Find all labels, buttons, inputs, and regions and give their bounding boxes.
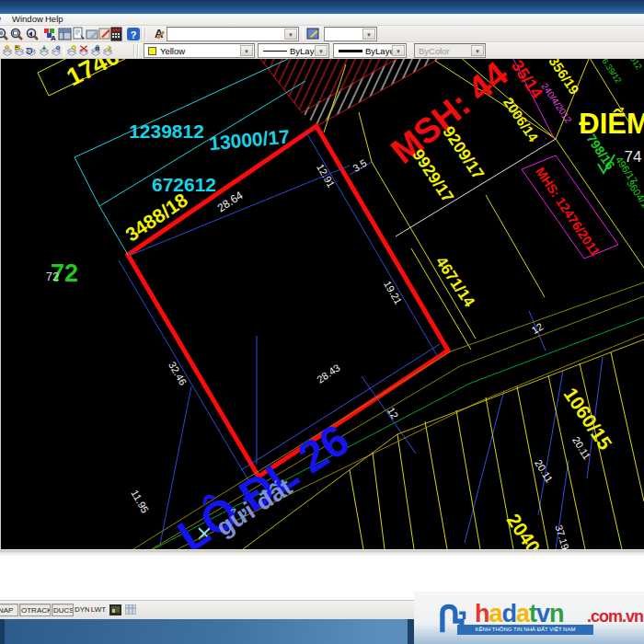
- svg-text:672612: 672612: [152, 174, 216, 195]
- logo-suffix: .com.vn: [587, 607, 643, 627]
- layer-unisolate-icon[interactable]: [51, 43, 62, 58]
- window-edge: [408, 619, 414, 644]
- logo-letter: d: [502, 600, 517, 627]
- logo-letter: v: [536, 600, 549, 627]
- layer-make-current-icon[interactable]: [2, 43, 13, 58]
- drawing-canvas[interactable]: 1740123981213000/176726123488/18MSH: 449…: [0, 59, 644, 549]
- lineweight-combo[interactable]: ByLayer ▼: [333, 43, 407, 58]
- title-bar[interactable]: [0, 0, 644, 14]
- toolbar-standard: A?A ▼ ▼: [0, 26, 644, 42]
- color-swatch: [148, 47, 156, 55]
- svg-text:1239812: 1239812: [129, 121, 204, 142]
- linetype-combo[interactable]: ByLayer ▼: [258, 43, 329, 58]
- svg-text:11.95: 11.95: [129, 488, 151, 514]
- logo-letter: n: [549, 600, 564, 627]
- svg-text:28.43: 28.43: [315, 362, 342, 385]
- designcenter-icon[interactable]: [58, 27, 73, 41]
- svg-text:MHS: 12476/2011: MHS: 12476/2011: [533, 165, 603, 259]
- chevron-down-icon[interactable]: ▼: [392, 45, 405, 56]
- svg-text:ĐIỂM: ĐIỂM: [579, 108, 644, 140]
- menu-item-partial[interactable]: w: [0, 13, 1, 25]
- layer-lock-icon[interactable]: [90, 43, 101, 58]
- toolbar-layers-properties: Yellow ▼ ByLayer ▼ ByLayer ▼ ByColor ▼: [0, 42, 644, 59]
- layer-off-icon[interactable]: [66, 43, 77, 58]
- horizontal-scrollbar[interactable]: [0, 549, 644, 556]
- hadatvn-watermark: hadatvn .com.vn KÊNH THÔNG TIN NHÀ ĐẤT V…: [431, 596, 644, 640]
- toolbar-separator: [63, 44, 64, 56]
- lineweight-sample: [339, 50, 362, 52]
- toolbar-grip[interactable]: [133, 44, 140, 57]
- linetype-sample: [263, 51, 287, 52]
- logo-letter: t: [529, 600, 536, 627]
- toolbar-area: A?A ▼ ▼ Yellow ▼ ByLayer ▼: [0, 26, 644, 59]
- svg-text:74: 74: [625, 148, 642, 166]
- svg-text:9209/17: 9209/17: [439, 123, 488, 183]
- cad-labels: 1740123981213000/176726123488/18MSH: 449…: [46, 59, 644, 549]
- svg-text:12: 12: [385, 406, 401, 421]
- autocad-window: w Window Help A?A ▼ ▼ Yellow: [0, 0, 644, 644]
- chevron-down-icon[interactable]: ▼: [471, 45, 484, 56]
- quickcalc-icon[interactable]: [109, 27, 124, 41]
- dim-style-combo[interactable]: ▼: [324, 27, 377, 41]
- layer-previous-icon[interactable]: [26, 43, 37, 58]
- tool-palettes-icon[interactable]: A: [43, 27, 58, 41]
- tray-grid-icon[interactable]: [125, 604, 136, 616]
- menu-item-help[interactable]: Help: [45, 13, 63, 25]
- layer-walk-icon[interactable]: [102, 43, 113, 58]
- layer-freeze-icon[interactable]: [78, 43, 89, 58]
- svg-text:1740: 1740: [63, 59, 124, 91]
- status-toggle-ducs[interactable]: DUCS: [52, 604, 74, 616]
- dim-style-icon[interactable]: [306, 27, 321, 41]
- layer-states-icon[interactable]: [14, 43, 25, 58]
- zoom-previous-icon[interactable]: [25, 27, 40, 41]
- menu-bar: w Window Help: [0, 14, 644, 26]
- text-style-combo[interactable]: ▼: [167, 27, 299, 41]
- logo-tagline: KÊNH THÔNG TIN NHÀ ĐẤT VIỆT NAM: [457, 625, 593, 635]
- svg-text:LÔ ĐL 26: LÔ ĐL 26: [168, 414, 357, 549]
- text-style-icon[interactable]: A: [150, 27, 165, 41]
- chevron-down-icon[interactable]: ▼: [315, 45, 328, 56]
- desktop-strip-edge: [0, 619, 5, 644]
- svg-text:72: 72: [46, 270, 59, 283]
- status-toggle-snap[interactable]: SNAP: [0, 604, 18, 616]
- chevron-down-icon[interactable]: ▼: [284, 29, 297, 40]
- layer-isolate-icon[interactable]: [39, 43, 50, 58]
- zoom-window-icon[interactable]: [9, 27, 24, 41]
- svg-text:A: A: [51, 34, 56, 41]
- display-tray-icon[interactable]: [109, 604, 121, 617]
- svg-text:3.5: 3.5: [351, 157, 368, 174]
- svg-text:3604/17: 3604/17: [625, 178, 644, 214]
- logo-letter: h: [475, 600, 489, 627]
- help-icon[interactable]: ?: [126, 27, 141, 41]
- svg-text:12.91: 12.91: [315, 162, 337, 190]
- svg-text:20.11: 20.11: [533, 457, 555, 484]
- svg-text:19.21: 19.21: [382, 279, 404, 306]
- svg-text:2040: 2040: [503, 510, 545, 549]
- chevron-down-icon[interactable]: ▼: [240, 45, 253, 56]
- svg-text:9929/17: 9929/17: [408, 146, 457, 206]
- canvas-left-border: [0, 59, 1, 549]
- status-toggle-lwt[interactable]: LWT: [89, 604, 108, 616]
- menu-item-window[interactable]: Window: [12, 13, 43, 25]
- svg-text:2012: 2012: [626, 59, 643, 71]
- toolbar-separator: [303, 28, 304, 40]
- status-toggle-dyn[interactable]: DYN: [74, 604, 89, 616]
- chevron-down-icon[interactable]: ▼: [362, 29, 375, 40]
- logo-letter: a: [516, 600, 529, 627]
- svg-text:4671/14: 4671/14: [432, 253, 478, 310]
- logo-letter: a: [489, 600, 502, 627]
- svg-text:1060/15: 1060/15: [559, 384, 616, 454]
- toolbar-grip[interactable]: [141, 28, 147, 40]
- plotstyle-combo[interactable]: ByColor ▼: [414, 43, 486, 58]
- sheet-set-manager-icon[interactable]: [72, 27, 86, 41]
- color-combo[interactable]: Yellow ▼: [144, 43, 255, 58]
- svg-text:?: ?: [131, 29, 137, 40]
- zoom-object-icon[interactable]: [0, 27, 9, 41]
- status-toggle-otrack[interactable]: OTRACK: [19, 604, 51, 616]
